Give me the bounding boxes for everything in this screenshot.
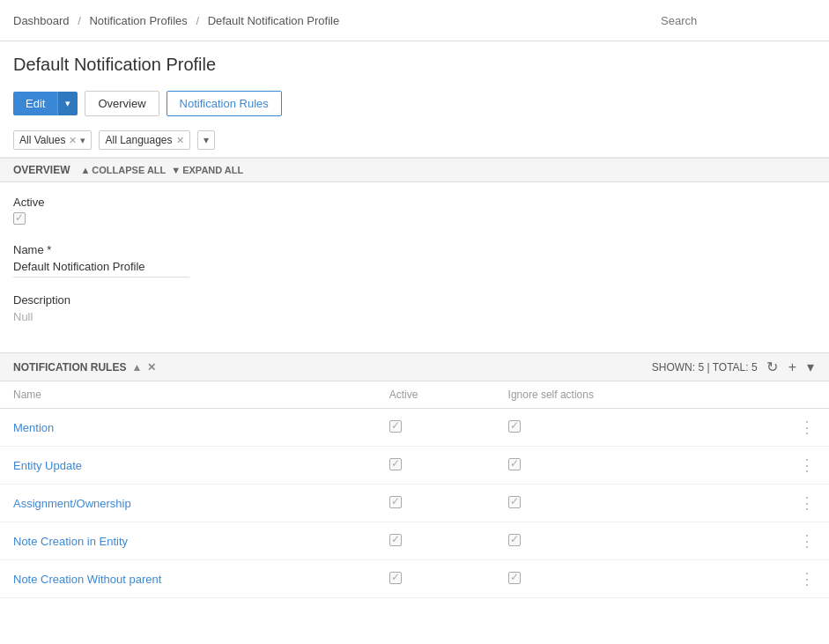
active-checkbox-3[interactable] — [389, 534, 402, 546]
row-dots-icon-3[interactable]: ⋮ — [799, 532, 816, 550]
row-dots-icon-2[interactable]: ⋮ — [799, 494, 816, 512]
shown-count: 5 — [698, 361, 704, 374]
active-field: Active — [13, 196, 816, 227]
row-link-3[interactable]: Note Creation in Entity — [13, 535, 128, 548]
table-row: Assignment/Ownership⋮ — [0, 485, 829, 522]
row-link-4[interactable]: Note Creation Without parent — [13, 573, 161, 586]
row-dots-icon-4[interactable]: ⋮ — [799, 570, 816, 588]
notification-rules-section-header: NOTIFICATION RULES ▲ ✕ Shown: 5 | Total:… — [0, 352, 829, 381]
row-link-0[interactable]: Mention — [13, 421, 54, 434]
notif-close-icon[interactable]: ✕ — [147, 361, 156, 374]
cell-ignore-self-3 — [495, 522, 736, 560]
search-input[interactable] — [654, 11, 816, 31]
name-value: Default Notification Profile — [13, 260, 189, 278]
cell-name-1: Entity Update — [0, 447, 376, 485]
notification-rules-table: Name Active Ignore self actions Mention⋮… — [0, 381, 829, 598]
col-name-header: Name — [0, 381, 376, 409]
overview-content: Active Name * Default Notification Profi… — [0, 182, 829, 352]
cell-actions-1[interactable]: ⋮ — [736, 447, 829, 485]
refresh-button[interactable]: ↻ — [765, 359, 780, 375]
shown-info: Shown: 5 | Total: 5 — [652, 361, 758, 374]
description-value: Null — [13, 310, 816, 323]
table-header-row: Name Active Ignore self actions — [0, 381, 829, 409]
breadcrumb-profiles[interactable]: Notification Profiles — [89, 14, 187, 27]
name-label: Name * — [13, 243, 816, 256]
filter-all-values-arrow[interactable]: ▾ — [80, 135, 85, 146]
breadcrumb-dashboard[interactable]: Dashboard — [13, 14, 70, 27]
row-link-1[interactable]: Entity Update — [13, 459, 82, 472]
breadcrumb-bar: Dashboard / Notification Profiles / Defa… — [0, 0, 829, 41]
active-checkbox[interactable] — [13, 212, 26, 225]
tab-notification-rules[interactable]: Notification Rules — [167, 91, 282, 116]
more-options-button[interactable]: ▾ — [805, 359, 816, 375]
ignore-self-checkbox-1[interactable] — [508, 458, 521, 470]
filter-all-languages-label: All Languages — [105, 134, 172, 146]
cell-active-4 — [376, 560, 495, 598]
edit-split-button[interactable]: ▾ — [57, 92, 78, 115]
edit-button[interactable]: Edit — [13, 92, 57, 115]
active-label: Active — [13, 196, 816, 209]
toolbar: Edit ▾ Overview Notification Rules — [0, 84, 829, 123]
cell-actions-2[interactable]: ⋮ — [736, 485, 829, 522]
row-link-2[interactable]: Assignment/Ownership — [13, 497, 131, 510]
filter-dropdown-button[interactable]: ▾ — [197, 130, 215, 150]
cell-ignore-self-1 — [495, 447, 736, 485]
filter-all-values-close[interactable]: ✕ — [69, 135, 77, 146]
overview-section-label: OVERVIEW — [13, 164, 70, 176]
overview-section-actions: ▲ Collapse All ▼ Expand All — [80, 165, 243, 175]
notif-collapse-icon[interactable]: ▲ — [131, 361, 142, 374]
ignore-self-checkbox-3[interactable] — [508, 534, 521, 546]
notif-header-left: NOTIFICATION RULES ▲ ✕ — [13, 361, 652, 374]
page-title-area: Default Notification Profile — [0, 41, 829, 84]
table-row: Mention⋮ — [0, 409, 829, 447]
add-button[interactable]: + — [787, 359, 798, 375]
col-active-header: Active — [376, 381, 495, 409]
active-checkbox-0[interactable] — [389, 420, 402, 433]
cell-active-0 — [376, 409, 495, 447]
search-area — [654, 11, 816, 31]
breadcrumb-current: Default Notification Profile — [208, 14, 340, 27]
ignore-self-checkbox-2[interactable] — [508, 496, 521, 508]
active-checkbox-2[interactable] — [389, 496, 402, 508]
breadcrumb-sep-1: / — [78, 14, 81, 27]
filter-all-values-label: All Values — [19, 134, 65, 146]
ignore-self-checkbox-0[interactable] — [508, 420, 521, 433]
overview-section-header: OVERVIEW ▲ Collapse All ▼ Expand All — [0, 158, 829, 182]
cell-name-0: Mention — [0, 409, 376, 447]
shown-label: Shown: — [652, 361, 695, 374]
cell-actions-0[interactable]: ⋮ — [736, 409, 829, 447]
table-row: Note Creation in Entity⋮ — [0, 522, 829, 560]
cell-actions-3[interactable]: ⋮ — [736, 522, 829, 560]
cell-active-3 — [376, 522, 495, 560]
name-field: Name * Default Notification Profile — [13, 243, 816, 278]
row-dots-icon-1[interactable]: ⋮ — [799, 456, 816, 474]
description-field: Description Null — [13, 293, 816, 323]
table-row: Note Creation Without parent⋮ — [0, 560, 829, 598]
total-label: Total: — [713, 361, 749, 374]
filter-all-languages-close[interactable]: ✕ — [176, 135, 184, 146]
ignore-self-checkbox-4[interactable] — [508, 572, 521, 584]
filter-bar: All Values ✕ ▾ All Languages ✕ ▾ — [0, 123, 829, 158]
active-checkbox-1[interactable] — [389, 458, 402, 470]
expand-all-button[interactable]: ▼ Expand All — [171, 165, 243, 175]
cell-active-1 — [376, 447, 495, 485]
cell-actions-4[interactable]: ⋮ — [736, 560, 829, 598]
breadcrumb: Dashboard / Notification Profiles / Defa… — [13, 14, 339, 27]
filter-all-languages[interactable]: All Languages ✕ — [99, 130, 189, 150]
col-actions-header — [736, 381, 829, 409]
cell-name-4: Note Creation Without parent — [0, 560, 376, 598]
collapse-chevron-icon: ▲ — [80, 165, 90, 175]
collapse-all-label: Collapse All — [92, 165, 166, 175]
cell-name-3: Note Creation in Entity — [0, 522, 376, 560]
filter-all-values[interactable]: All Values ✕ ▾ — [13, 130, 92, 150]
page-title: Default Notification Profile — [13, 55, 816, 75]
tab-overview[interactable]: Overview — [85, 91, 159, 116]
cell-active-2 — [376, 485, 495, 522]
total-count: 5 — [751, 361, 758, 374]
cell-ignore-self-0 — [495, 409, 736, 447]
expand-all-label: Expand All — [182, 165, 243, 175]
active-checkbox-4[interactable] — [389, 572, 402, 584]
row-dots-icon-0[interactable]: ⋮ — [799, 418, 816, 436]
collapse-all-button[interactable]: ▲ Collapse All — [80, 165, 166, 175]
breadcrumb-sep-2: / — [196, 14, 199, 27]
